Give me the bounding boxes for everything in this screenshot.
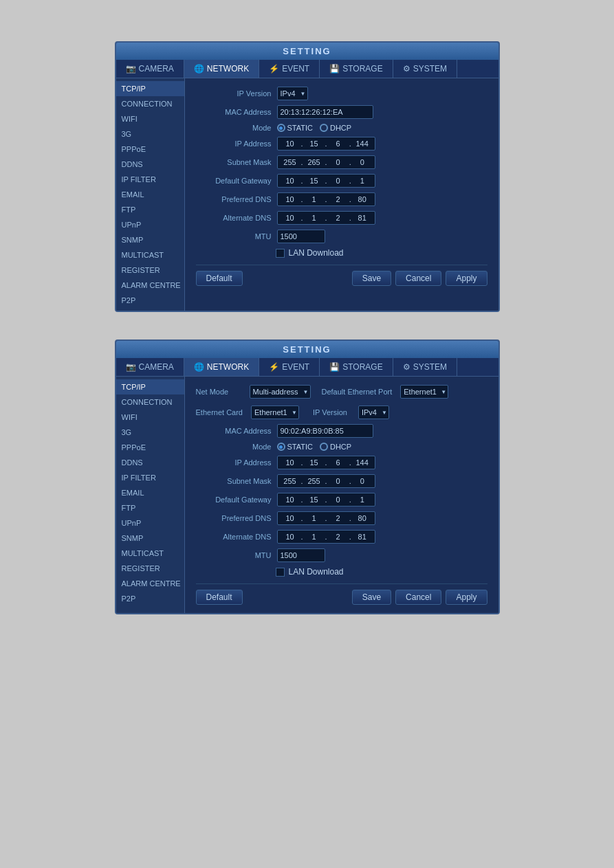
- default-eth-select-2[interactable]: Ethernet1: [400, 385, 448, 399]
- apply-button-1[interactable]: Apply: [446, 271, 487, 286]
- gateway-octet-2-4[interactable]: [353, 496, 372, 504]
- sidebar-multicast-2[interactable]: MULTICAST: [116, 546, 184, 561]
- subnet-octet-2-2[interactable]: [305, 477, 324, 485]
- tab-network-2[interactable]: 🌐 NETWORK: [184, 358, 259, 376]
- ip-version-select-1[interactable]: IPv4: [277, 87, 308, 100]
- default-eth-select-wrapper-2[interactable]: Ethernet1: [400, 385, 448, 399]
- gateway-octet-2-3[interactable]: [329, 496, 348, 504]
- pdns-octet-1-3[interactable]: [329, 195, 348, 203]
- preferred-dns-group-2[interactable]: . . .: [277, 511, 375, 525]
- sidebar-pppoe-1[interactable]: PPPoE: [116, 142, 184, 157]
- tab-storage-1[interactable]: 💾 STORAGE: [320, 60, 393, 78]
- ip-version-select-wrapper-2[interactable]: IPv4: [358, 405, 389, 419]
- sidebar-alarm-2[interactable]: ALARM CENTRE: [116, 576, 184, 591]
- ip-address-group-1[interactable]: . . .: [277, 137, 375, 151]
- sidebar-multicast-1[interactable]: MULTICAST: [116, 247, 184, 263]
- lan-download-checkbox-1[interactable]: [276, 249, 285, 258]
- alternate-dns-group-1[interactable]: . . .: [277, 211, 375, 225]
- tab-camera-2[interactable]: 📷 CAMERA: [116, 358, 184, 376]
- sidebar-upnp-1[interactable]: UPnP: [116, 217, 184, 232]
- sidebar-p2p-2[interactable]: P2P: [116, 591, 184, 606]
- subnet-mask-group-2[interactable]: . . .: [277, 474, 375, 488]
- adns-octet-2-4[interactable]: [353, 533, 372, 541]
- default-button-2[interactable]: Default: [196, 590, 243, 605]
- sidebar-email-2[interactable]: EMAIL: [116, 485, 184, 500]
- tab-storage-2[interactable]: 💾 STORAGE: [320, 358, 393, 376]
- ip-address-group-2[interactable]: . . .: [277, 456, 375, 469]
- eth-card-select-2[interactable]: Ethernet1: [251, 405, 299, 419]
- sidebar-ddns-2[interactable]: DDNS: [116, 455, 184, 470]
- sidebar-connection-1[interactable]: CONNECTION: [116, 96, 184, 111]
- cancel-button-1[interactable]: Cancel: [395, 271, 441, 286]
- pdns-octet-2-4[interactable]: [353, 514, 372, 522]
- sidebar-upnp-2[interactable]: UPnP: [116, 515, 184, 531]
- mode-static-label-1[interactable]: STATIC: [277, 124, 313, 132]
- tab-system-1[interactable]: ⚙ SYSTEM: [393, 60, 457, 78]
- sidebar-snmp-1[interactable]: SNMP: [116, 232, 184, 247]
- mode-static-label-2[interactable]: STATIC: [277, 443, 313, 451]
- gateway-octet-1-4[interactable]: [353, 177, 372, 185]
- mac-address-input-1[interactable]: [277, 105, 373, 119]
- gateway-octet-1-3[interactable]: [329, 177, 348, 185]
- sidebar-register-2[interactable]: REGISTER: [116, 561, 184, 576]
- gateway-octet-1-1[interactable]: [281, 177, 300, 185]
- preferred-dns-group-1[interactable]: . . .: [277, 192, 375, 206]
- subnet-octet-2-1[interactable]: [281, 477, 300, 485]
- subnet-octet-1-1[interactable]: [281, 158, 300, 166]
- sidebar-pppoe-2[interactable]: PPPoE: [116, 440, 184, 455]
- gateway-octet-1-2[interactable]: [305, 177, 324, 185]
- subnet-octet-2-4[interactable]: [353, 477, 372, 485]
- ip-octet-2-1[interactable]: [281, 458, 300, 467]
- adns-octet-2-3[interactable]: [329, 533, 348, 541]
- subnet-mask-group-1[interactable]: . . .: [277, 155, 375, 169]
- save-button-2[interactable]: Save: [352, 590, 391, 605]
- sidebar-email-1[interactable]: EMAIL: [116, 187, 184, 202]
- sidebar-wifi-2[interactable]: WIFI: [116, 410, 184, 425]
- adns-octet-1-4[interactable]: [353, 214, 372, 222]
- pdns-octet-2-1[interactable]: [281, 514, 300, 522]
- mode-dhcp-radio-1[interactable]: [320, 124, 328, 132]
- tab-camera-1[interactable]: 📷 CAMERA: [116, 60, 184, 78]
- mtu-input-1[interactable]: [277, 230, 325, 243]
- pdns-octet-2-2[interactable]: [305, 514, 324, 522]
- sidebar-3g-2[interactable]: 3G: [116, 425, 184, 440]
- pdns-octet-1-2[interactable]: [305, 195, 324, 203]
- mode-dhcp-label-2[interactable]: DHCP: [320, 443, 351, 451]
- tab-network-1[interactable]: 🌐 NETWORK: [184, 60, 259, 78]
- cancel-button-2[interactable]: Cancel: [395, 590, 441, 605]
- save-button-1[interactable]: Save: [352, 271, 391, 286]
- ip-octet-1-3[interactable]: [329, 140, 348, 148]
- sidebar-wifi-1[interactable]: WIFI: [116, 111, 184, 126]
- subnet-octet-1-3[interactable]: [329, 158, 348, 166]
- sidebar-ddns-1[interactable]: DDNS: [116, 157, 184, 172]
- alternate-dns-group-2[interactable]: . . .: [277, 530, 375, 544]
- subnet-octet-2-3[interactable]: [329, 477, 348, 485]
- sidebar-p2p-1[interactable]: P2P: [116, 293, 184, 308]
- sidebar-tcpip-1[interactable]: TCP/IP: [116, 81, 184, 96]
- sidebar-register-1[interactable]: REGISTER: [116, 263, 184, 278]
- sidebar-ipfilter-2[interactable]: IP FILTER: [116, 470, 184, 485]
- ip-version-select-wrapper-1[interactable]: IPv4: [277, 87, 308, 100]
- adns-octet-2-1[interactable]: [281, 533, 300, 541]
- gateway-octet-2-2[interactable]: [305, 496, 324, 504]
- ip-octet-1-2[interactable]: [305, 140, 324, 148]
- gateway-octet-2-1[interactable]: [281, 496, 300, 504]
- mac-address-input-2[interactable]: [277, 424, 373, 438]
- ip-octet-2-3[interactable]: [329, 458, 348, 467]
- subnet-octet-1-2[interactable]: [305, 158, 324, 166]
- ip-octet-1-1[interactable]: [281, 140, 300, 148]
- sidebar-3g-1[interactable]: 3G: [116, 126, 184, 142]
- sidebar-alarm-1[interactable]: ALARM CENTRE: [116, 278, 184, 293]
- gateway-group-1[interactable]: . . .: [277, 174, 375, 188]
- adns-octet-1-2[interactable]: [305, 214, 324, 222]
- lan-download-checkbox-2[interactable]: [276, 568, 285, 577]
- mode-static-radio-1[interactable]: [277, 124, 285, 132]
- mode-static-radio-2[interactable]: [277, 443, 285, 451]
- sidebar-ftp-2[interactable]: FTP: [116, 500, 184, 515]
- net-mode-select-wrapper-2[interactable]: Multi-address: [250, 385, 311, 399]
- gateway-group-2[interactable]: . . .: [277, 493, 375, 507]
- default-button-1[interactable]: Default: [196, 271, 243, 286]
- eth-card-select-wrapper-2[interactable]: Ethernet1: [251, 405, 299, 419]
- ip-octet-1-4[interactable]: [353, 140, 372, 148]
- tab-event-2[interactable]: ⚡ EVENT: [259, 358, 320, 376]
